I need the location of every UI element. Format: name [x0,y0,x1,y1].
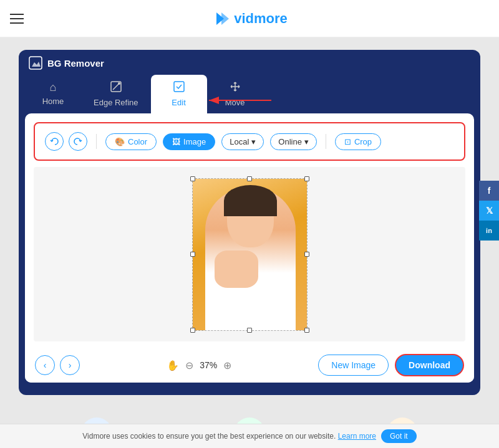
handle-tm[interactable] [247,176,252,181]
image-icon: 🖼 [172,137,180,146]
hamburger-menu[interactable] [10,14,24,24]
handle-br[interactable] [304,328,309,333]
online-label: Online [278,137,302,146]
logo-icon [211,10,231,27]
local-chevron-icon: ▾ [251,137,256,146]
crop-button[interactable]: ⊡ Crop [335,133,381,150]
tab-edge-refine[interactable]: Edge Refine [81,75,151,113]
svg-point-2 [118,82,120,85]
tab-edit-label: Edit [172,98,185,107]
undo-button[interactable] [45,132,64,151]
online-chevron-icon: ▾ [304,137,309,146]
image-container [192,178,308,331]
cookie-bar: Vidmore uses cookies to ensure you get t… [0,424,499,448]
bg-remover-icon [29,56,42,70]
image-label: Image [183,137,206,146]
arrow-annotation [203,91,278,110]
handle-tl[interactable] [190,176,195,181]
local-label: Local [230,137,249,146]
logo-vid: vid [234,11,254,26]
twitter-icon: 𝕏 [486,206,493,216]
zoom-controls: ✋ ⊖ 37% ⊕ [167,360,231,371]
app-card: BG Remover ⌂ Home Edge Refine [19,50,480,395]
crop-icon: ⊡ [344,137,351,146]
prev-button[interactable]: ‹ [35,355,55,375]
color-icon: 🎨 [115,137,125,146]
edit-icon [173,81,185,95]
tab-home[interactable]: ⌂ Home [25,75,81,113]
twitter-share-button[interactable]: 𝕏 [479,201,499,221]
action-buttons: New Image Download [318,354,464,376]
header: vidmore [0,0,499,37]
tab-edit[interactable]: Edit [151,75,207,113]
new-image-button[interactable]: New Image [318,355,389,376]
linkedin-share-button[interactable]: in [479,221,499,241]
card-header: BG Remover [19,50,480,70]
next-button[interactable]: › [60,355,80,375]
got-it-button[interactable]: Got it [381,429,417,443]
nav-arrows: ‹ › [35,355,80,375]
canvas-area [34,167,465,341]
card-title: BG Remover [47,58,104,69]
handle-ml[interactable] [190,252,195,257]
svg-rect-0 [29,57,42,69]
zoom-value: 37% [200,360,217,370]
svg-rect-3 [174,82,184,92]
bottom-controls: ‹ › ✋ ⊖ 37% ⊕ New Image Download [25,348,474,383]
learn-more-link[interactable]: Learn more [338,432,376,441]
pan-icon[interactable]: ✋ [167,360,179,371]
logo-more: more [254,11,288,26]
logo: vidmore [211,10,288,27]
divider-2 [326,134,326,149]
home-icon: ⌂ [50,81,57,94]
tab-edge-label: Edge Refine [94,98,138,107]
handle-bl[interactable] [190,328,195,333]
crop-label: Crop [354,137,372,146]
image-display [193,179,307,330]
color-label: Color [128,137,147,146]
white-panel: 🎨 Color 🖼 Image Local ▾ Online ▾ [25,113,474,383]
local-dropdown[interactable]: Local ▾ [221,133,264,150]
handle-bm[interactable] [247,328,252,333]
download-button[interactable]: Download [395,354,464,376]
facebook-share-button[interactable]: f [479,181,499,201]
handle-mr[interactable] [304,252,309,257]
handle-tr[interactable] [304,176,309,181]
cookie-text: Vidmore uses cookies to ensure you get t… [82,432,376,441]
color-button[interactable]: 🎨 Color [105,133,157,150]
logo-text: vidmore [234,11,288,27]
linkedin-icon: in [486,227,492,234]
tab-home-label: Home [42,97,64,106]
zoom-out-icon[interactable]: ⊖ [185,360,193,371]
facebook-icon: f [488,186,491,196]
toolbar: 🎨 Color 🖼 Image Local ▾ Online ▾ [34,122,465,161]
divider-1 [96,134,97,149]
undo-redo-group [45,132,87,151]
image-button[interactable]: 🖼 Image [163,133,215,150]
main-content: BG Remover ⌂ Home Edge Refine [0,37,499,448]
redo-button[interactable] [69,132,87,151]
edge-refine-icon [110,81,122,95]
online-dropdown[interactable]: Online ▾ [270,133,317,150]
social-sidebar: f 𝕏 in [479,181,499,241]
zoom-in-icon[interactable]: ⊕ [223,360,231,371]
